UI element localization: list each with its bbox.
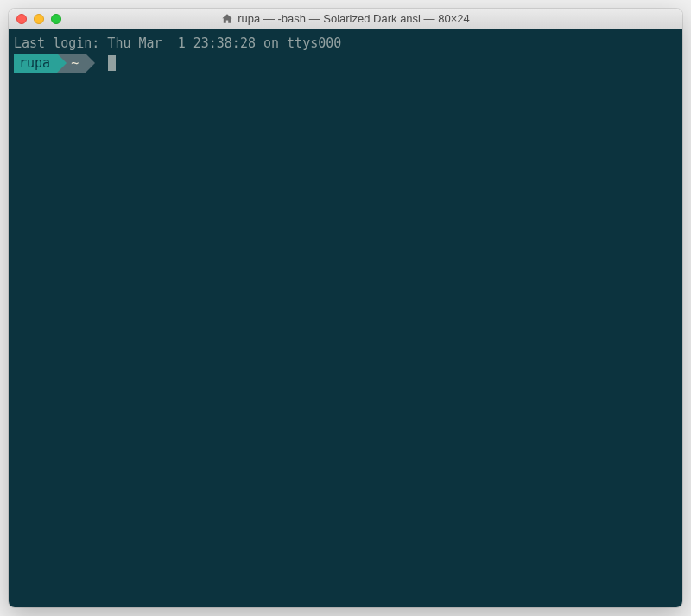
prompt-dir: ~: [71, 54, 79, 73]
window-title-wrap: rupa — -bash — Solarized Dark ansi — 80×…: [9, 12, 682, 25]
cursor: [108, 55, 116, 71]
prompt-line: rupa ~: [14, 54, 677, 73]
prompt-user-segment: rupa: [14, 54, 57, 73]
traffic-lights: [9, 9, 61, 29]
close-button[interactable]: [16, 14, 27, 24]
window-title: rupa — -bash — Solarized Dark ansi — 80×…: [238, 12, 469, 25]
terminal-body[interactable]: Last login: Thu Mar 1 23:38:28 on ttys00…: [9, 29, 682, 607]
maximize-button[interactable]: [51, 14, 61, 24]
minimize-button[interactable]: [34, 14, 44, 24]
home-icon: [221, 13, 233, 25]
titlebar[interactable]: rupa — -bash — Solarized Dark ansi — 80×…: [9, 9, 682, 29]
terminal-window: rupa — -bash — Solarized Dark ansi — 80×…: [9, 9, 682, 607]
last-login-line: Last login: Thu Mar 1 23:38:28 on ttys00…: [14, 34, 677, 53]
prompt-user: rupa: [19, 54, 50, 73]
